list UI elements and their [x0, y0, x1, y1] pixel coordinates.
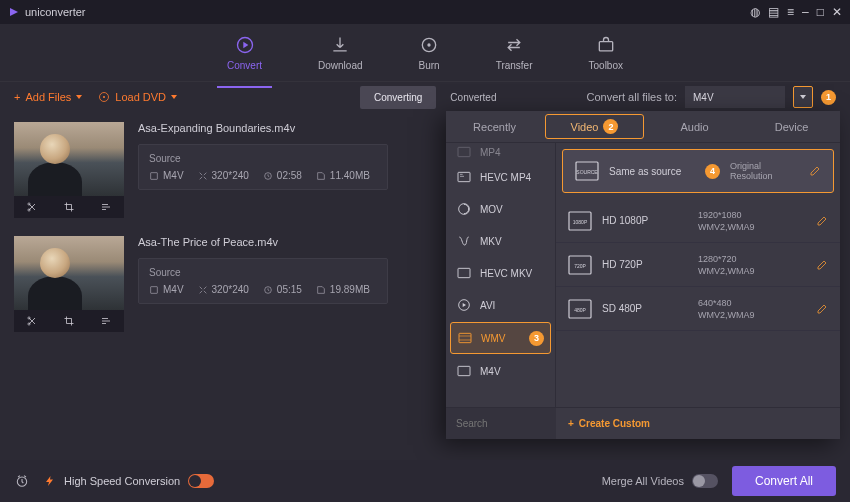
- format-item[interactable]: MKV: [446, 225, 555, 257]
- svg-text:480P: 480P: [574, 307, 586, 313]
- schedule-icon[interactable]: [14, 473, 30, 489]
- nav-download[interactable]: Download: [314, 29, 366, 77]
- format-item[interactable]: MOV: [446, 193, 555, 225]
- app-logo-icon: [8, 6, 20, 18]
- resolution-icon: [198, 171, 208, 181]
- format-item[interactable]: MP4: [446, 143, 555, 161]
- left-actions: + Add Files Load DVD: [14, 91, 177, 103]
- thumbnail-image[interactable]: [14, 122, 124, 196]
- nav-convert[interactable]: Convert: [223, 29, 266, 77]
- resolution-row[interactable]: 1080P HD 1080P 1920*1080WMV2,WMA9: [556, 199, 840, 243]
- convert-all-format-select[interactable]: M4V: [685, 86, 785, 108]
- effects-icon[interactable]: [100, 201, 112, 213]
- brand: uniconverter: [8, 6, 86, 18]
- disc-icon: [98, 91, 110, 103]
- resolution-icon: 480P: [568, 299, 592, 319]
- bolt-icon: [44, 475, 56, 487]
- tab-video[interactable]: Video 2: [545, 114, 644, 139]
- format-item[interactable]: HEVC MKV: [446, 257, 555, 289]
- thumbnail: [14, 236, 124, 332]
- trim-icon[interactable]: [26, 201, 38, 213]
- nav-toolbox[interactable]: Toolbox: [585, 29, 627, 77]
- svg-rect-10: [151, 172, 158, 179]
- effects-icon[interactable]: [100, 315, 112, 327]
- close-icon[interactable]: ✕: [832, 5, 842, 19]
- convert-all-dropdown[interactable]: [793, 86, 813, 108]
- svg-point-4: [427, 43, 430, 46]
- chat-icon[interactable]: ▤: [768, 5, 779, 19]
- edit-icon[interactable]: [809, 165, 821, 177]
- resolution-icon: 1080P: [568, 211, 592, 231]
- caret-down-icon: [76, 95, 82, 99]
- trim-icon[interactable]: [26, 315, 38, 327]
- svg-marker-21: [463, 303, 466, 307]
- tab-device[interactable]: Device: [743, 111, 840, 142]
- merge-toggle[interactable]: [692, 474, 718, 488]
- file-icon: [456, 363, 472, 379]
- resolution-same-as-source[interactable]: SOURCE Same as source 4 Original Resolut…: [562, 149, 834, 193]
- edit-icon[interactable]: [816, 215, 828, 227]
- thumbnail: [14, 122, 124, 218]
- load-dvd-button[interactable]: Load DVD: [98, 91, 177, 103]
- create-custom-button[interactable]: + Create Custom: [556, 408, 840, 439]
- nav-burn[interactable]: Burn: [415, 29, 444, 77]
- svg-marker-0: [10, 8, 18, 16]
- nav-transfer[interactable]: Transfer: [492, 29, 537, 77]
- film-icon: [457, 330, 473, 346]
- svg-rect-5: [599, 41, 612, 50]
- step-badge-3: 3: [529, 331, 544, 346]
- resolution-list: SOURCE Same as source 4 Original Resolut…: [556, 143, 840, 407]
- source-box: Source M4V 320*240 05:15 19.89MB: [138, 258, 388, 304]
- transfer-icon: [504, 35, 524, 55]
- tab-converted[interactable]: Converted: [436, 86, 510, 109]
- crop-icon[interactable]: [63, 315, 75, 327]
- resolution-row[interactable]: 720P HD 720P 1280*720WMV2,WMA9: [556, 243, 840, 287]
- file-icon: [456, 201, 472, 217]
- format-item-wmv[interactable]: WMV 3: [450, 322, 551, 354]
- svg-rect-14: [151, 286, 158, 293]
- format-panel: Recently Video 2 Audio Device MP4 HEVC M…: [446, 111, 840, 439]
- plus-icon: +: [568, 418, 574, 429]
- tab-audio[interactable]: Audio: [646, 111, 743, 142]
- format-item[interactable]: M4V: [446, 355, 555, 387]
- svg-text:SOURCE: SOURCE: [576, 169, 598, 175]
- svg-point-18: [459, 204, 470, 215]
- edit-icon[interactable]: [816, 303, 828, 315]
- convert-all-button[interactable]: Convert All: [732, 466, 836, 496]
- crop-icon[interactable]: [63, 201, 75, 213]
- file-icon: [456, 169, 472, 185]
- svg-rect-19: [458, 268, 470, 277]
- step-badge-1: 1: [821, 90, 836, 105]
- file-icon: [456, 144, 472, 160]
- tab-recently[interactable]: Recently: [446, 111, 543, 142]
- add-files-button[interactable]: + Add Files: [14, 91, 82, 103]
- panel-tabs: Recently Video 2 Audio Device: [446, 111, 840, 143]
- tab-converting[interactable]: Converting: [360, 86, 436, 109]
- thumb-tools: [14, 196, 124, 218]
- main-nav: Convert Download Burn Transfer Toolbox: [0, 24, 850, 82]
- account-icon[interactable]: ◍: [750, 5, 760, 19]
- convert-all-to: Convert all files to: M4V 1: [587, 86, 836, 108]
- high-speed-toggle[interactable]: [188, 474, 214, 488]
- resolution-icon: 720P: [568, 255, 592, 275]
- minimize-icon[interactable]: –: [802, 5, 809, 19]
- resolution-row[interactable]: 480P SD 480P 640*480WMV2,WMA9: [556, 287, 840, 331]
- menu-icon[interactable]: ≡: [787, 5, 794, 19]
- format-item[interactable]: AVI: [446, 289, 555, 321]
- merge-all-videos: Merge All Videos: [602, 474, 718, 488]
- svg-rect-16: [458, 147, 470, 156]
- svg-rect-22: [459, 333, 471, 342]
- maximize-icon[interactable]: □: [817, 5, 824, 19]
- bottom-bar: High Speed Conversion Merge All Videos C…: [0, 460, 850, 502]
- size-icon: [316, 285, 326, 295]
- format-item[interactable]: HEVC MP4: [446, 161, 555, 193]
- step-badge-2: 2: [603, 119, 618, 134]
- thumbnail-image[interactable]: [14, 236, 124, 310]
- download-icon: [330, 35, 350, 55]
- search-input[interactable]: [456, 418, 546, 429]
- resolution-icon: [198, 285, 208, 295]
- file-icon: [456, 297, 472, 313]
- svg-rect-23: [458, 366, 470, 375]
- app-name: uniconverter: [25, 6, 86, 18]
- edit-icon[interactable]: [816, 259, 828, 271]
